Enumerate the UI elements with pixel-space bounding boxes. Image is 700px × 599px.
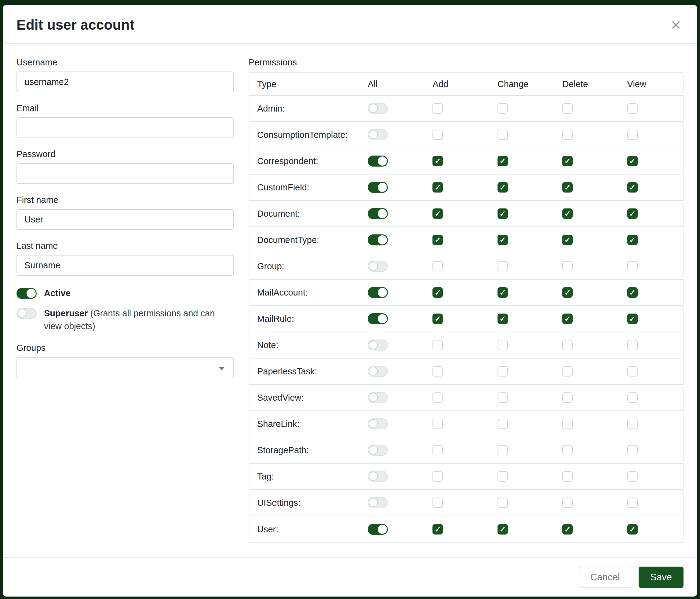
permission-view-checkbox[interactable] — [627, 340, 638, 350]
permission-delete-checkbox[interactable] — [562, 498, 573, 508]
permission-change-checkbox[interactable] — [498, 366, 508, 377]
permission-view-checkbox[interactable] — [627, 445, 638, 455]
permission-delete-checkbox[interactable]: ✓ — [562, 182, 573, 193]
permission-change-checkbox[interactable]: ✓ — [498, 156, 508, 166]
permission-view-checkbox[interactable] — [627, 129, 638, 140]
permission-change-checkbox[interactable] — [498, 445, 508, 455]
email-input[interactable] — [17, 117, 234, 138]
permission-all-toggle[interactable] — [368, 129, 388, 140]
permission-add-checkbox[interactable]: ✓ — [432, 314, 443, 324]
permission-all-toggle[interactable] — [368, 497, 388, 508]
permission-change-checkbox[interactable]: ✓ — [498, 235, 508, 245]
permission-all-toggle[interactable] — [368, 234, 388, 245]
permission-view-checkbox[interactable]: ✓ — [627, 524, 638, 534]
last-name-input[interactable] — [17, 255, 234, 275]
permission-change-checkbox[interactable] — [498, 392, 508, 403]
first-name-input[interactable] — [17, 209, 234, 230]
permission-change-checkbox[interactable] — [498, 340, 508, 350]
cancel-button[interactable]: Cancel — [579, 567, 632, 588]
permission-add-checkbox[interactable] — [432, 129, 443, 140]
permission-change-checkbox[interactable] — [498, 419, 508, 429]
permission-add-checkbox[interactable]: ✓ — [432, 287, 443, 298]
permission-view-checkbox[interactable] — [627, 261, 638, 271]
permission-all-toggle[interactable] — [368, 261, 388, 272]
permission-change-checkbox[interactable]: ✓ — [498, 182, 508, 193]
permission-change-checkbox[interactable] — [498, 103, 508, 114]
permission-delete-checkbox[interactable]: ✓ — [562, 287, 573, 298]
permission-view-cell: ✓ — [618, 314, 683, 324]
permission-add-checkbox[interactable] — [432, 471, 443, 482]
permission-all-toggle[interactable] — [368, 524, 388, 535]
permission-add-checkbox[interactable] — [432, 445, 443, 455]
permission-change-checkbox[interactable] — [498, 471, 508, 482]
permission-all-toggle[interactable] — [368, 287, 388, 298]
permission-view-checkbox[interactable]: ✓ — [627, 209, 638, 219]
permission-view-checkbox[interactable] — [627, 498, 638, 508]
column-header-all: All — [358, 79, 423, 89]
permission-view-checkbox[interactable] — [627, 419, 638, 429]
permission-all-toggle[interactable] — [368, 418, 388, 429]
permission-delete-checkbox[interactable]: ✓ — [562, 235, 573, 245]
permission-change-checkbox[interactable]: ✓ — [498, 314, 508, 324]
permission-add-checkbox[interactable] — [432, 340, 443, 350]
permission-all-toggle[interactable] — [368, 155, 388, 167]
permission-all-toggle[interactable] — [368, 471, 388, 482]
permission-all-toggle[interactable] — [368, 313, 388, 324]
permission-add-checkbox[interactable] — [432, 261, 443, 271]
permission-all-toggle[interactable] — [368, 339, 388, 351]
permission-delete-checkbox[interactable] — [562, 366, 573, 377]
permission-delete-checkbox[interactable] — [562, 445, 573, 455]
permission-change-checkbox[interactable]: ✓ — [498, 524, 508, 534]
permission-delete-checkbox[interactable]: ✓ — [562, 209, 573, 219]
permission-add-checkbox[interactable]: ✓ — [432, 209, 443, 219]
password-input[interactable] — [17, 163, 234, 184]
permission-delete-checkbox[interactable]: ✓ — [562, 524, 573, 534]
permission-add-checkbox[interactable] — [432, 498, 443, 508]
permission-type-label: PaperlessTask: — [249, 366, 358, 377]
permission-all-toggle[interactable] — [368, 103, 388, 114]
permission-add-checkbox[interactable] — [432, 392, 443, 403]
permission-view-checkbox[interactable] — [627, 366, 638, 377]
permission-view-checkbox[interactable] — [627, 471, 638, 482]
permission-delete-checkbox[interactable] — [562, 471, 573, 482]
permission-delete-checkbox[interactable] — [562, 103, 573, 114]
permission-all-toggle[interactable] — [368, 366, 388, 377]
permission-all-toggle[interactable] — [368, 445, 388, 456]
permission-delete-checkbox[interactable]: ✓ — [562, 314, 573, 324]
permission-change-checkbox[interactable] — [498, 498, 508, 508]
groups-select[interactable] — [17, 357, 234, 378]
permission-view-checkbox[interactable]: ✓ — [627, 182, 638, 193]
permission-add-checkbox[interactable] — [432, 366, 443, 377]
username-input[interactable] — [17, 72, 234, 92]
permission-delete-checkbox[interactable] — [562, 419, 573, 429]
permission-view-checkbox[interactable] — [627, 103, 638, 114]
permission-add-checkbox[interactable]: ✓ — [432, 524, 443, 534]
permission-add-checkbox[interactable]: ✓ — [432, 235, 443, 245]
permission-view-checkbox[interactable]: ✓ — [627, 314, 638, 324]
permission-delete-checkbox[interactable] — [562, 129, 573, 140]
permission-change-checkbox[interactable] — [498, 261, 508, 271]
close-icon[interactable]: × — [669, 16, 683, 33]
superuser-toggle[interactable] — [17, 308, 36, 319]
permission-all-toggle[interactable] — [368, 392, 388, 403]
permission-change-checkbox[interactable]: ✓ — [498, 209, 508, 219]
permission-view-checkbox[interactable]: ✓ — [627, 235, 638, 245]
permission-view-checkbox[interactable]: ✓ — [627, 287, 638, 298]
permission-view-checkbox[interactable]: ✓ — [627, 156, 638, 166]
permission-add-checkbox[interactable] — [432, 419, 443, 429]
permission-delete-checkbox[interactable] — [562, 261, 573, 271]
permission-all-toggle[interactable] — [368, 208, 388, 219]
active-toggle[interactable] — [17, 288, 36, 299]
permission-add-checkbox[interactable]: ✓ — [432, 156, 443, 166]
permission-add-checkbox[interactable]: ✓ — [432, 182, 443, 193]
permission-delete-checkbox[interactable]: ✓ — [562, 156, 573, 166]
permission-change-checkbox[interactable]: ✓ — [498, 287, 508, 298]
permission-delete-checkbox[interactable] — [562, 392, 573, 403]
permission-view-checkbox[interactable] — [627, 392, 638, 403]
permission-add-cell — [423, 261, 488, 271]
permission-all-toggle[interactable] — [368, 182, 388, 193]
save-button[interactable]: Save — [639, 567, 683, 588]
permission-delete-checkbox[interactable] — [562, 340, 573, 350]
permission-add-checkbox[interactable] — [432, 103, 443, 114]
permission-change-checkbox[interactable] — [498, 129, 508, 140]
